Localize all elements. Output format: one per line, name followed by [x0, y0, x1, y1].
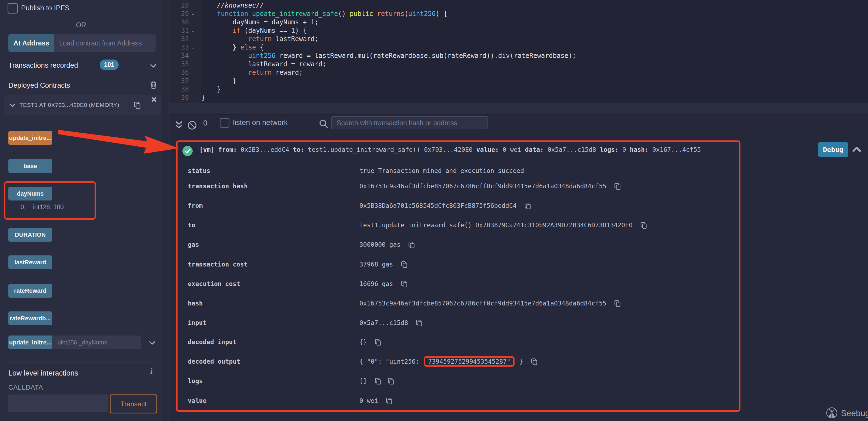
clear-console-icon[interactable] — [187, 120, 197, 131]
tx-detail-row-transaction-hash: transaction hash0x16753c9a46af3dfcbe8570… — [188, 181, 622, 191]
tx-detail-row-input: input0x5a7...c15d8 — [188, 318, 423, 328]
code-line-33: 33▾ } else { — [169, 43, 264, 52]
pending-tx-count: 0 — [203, 119, 207, 128]
row-label: decoded input — [188, 337, 360, 347]
info-icon[interactable]: i — [150, 366, 152, 375]
code-token: lastReward; — [272, 35, 318, 43]
copy-icon[interactable] — [400, 280, 408, 288]
tx-summary-line[interactable]: [vm] from: 0x5B3...eddC4 to: test1.updat… — [199, 146, 701, 153]
summary-label: to: — [293, 146, 304, 153]
summary-label: from: — [218, 146, 237, 153]
annotation-arrow — [57, 127, 181, 155]
line-number: 28 — [169, 1, 189, 10]
chevron-down-icon[interactable] — [149, 62, 157, 70]
copy-address-icon[interactable] — [133, 101, 142, 109]
publish-ipfs-checkbox[interactable] — [7, 3, 18, 13]
copy-icon[interactable] — [387, 377, 395, 385]
line-number: 38 — [169, 85, 189, 94]
copy-icon[interactable] — [524, 202, 532, 210]
code-token: () — [338, 10, 350, 18]
copy-icon[interactable] — [374, 377, 382, 385]
transactions-count-badge: 101 — [100, 59, 119, 70]
tx-detail-row-decoded-output: decoded output{ "0": "uint256: 739459275… — [188, 357, 538, 366]
listen-network-label: listen on network — [233, 118, 288, 127]
copy-icon[interactable] — [640, 221, 648, 229]
contract-fn-button-dayNums[interactable]: dayNums — [8, 187, 52, 200]
deployed-contracts-label: Deployed Contracts — [8, 81, 70, 89]
copy-icon[interactable] — [415, 319, 423, 327]
debug-button[interactable]: Debug — [818, 142, 848, 157]
annotation-box-decoded-output: 739459275299453545287" — [424, 356, 515, 367]
daynums-arg-input[interactable] — [52, 336, 141, 349]
row-value: true Transaction mined and execution suc… — [360, 167, 524, 174]
code-token: } — [201, 85, 221, 93]
summary-label: logs: — [600, 146, 619, 153]
code-line-29: 29▾ function update_initreward_safe() pu… — [169, 9, 447, 18]
at-address-input[interactable] — [54, 34, 156, 52]
terminal-search-input[interactable] — [331, 116, 488, 129]
row-value: 3000000 gas — [360, 241, 401, 248]
or-separator-label: OR — [0, 21, 162, 29]
copy-icon[interactable] — [530, 358, 538, 366]
code-token: } — [201, 94, 205, 102]
code-token — [201, 35, 248, 43]
copy-icon[interactable] — [407, 241, 415, 249]
publish-ipfs-label: Publish to IPFS — [21, 4, 69, 12]
copy-icon[interactable] — [614, 182, 622, 190]
copy-icon[interactable] — [385, 397, 393, 405]
trash-icon[interactable] — [149, 80, 158, 90]
copy-icon[interactable] — [400, 260, 408, 269]
row-value: {} — [360, 338, 367, 345]
contract-fn-button-update-initre-[interactable]: update_initre... — [8, 336, 52, 349]
contract-fn-button-DURATION[interactable]: DURATION — [8, 228, 52, 242]
copy-icon[interactable] — [614, 299, 622, 307]
summary-label: hash: — [630, 146, 649, 153]
summary-value: 0x5B3...eddC4 — [237, 146, 293, 153]
code-token: return — [248, 35, 272, 43]
listen-network-checkbox[interactable] — [220, 118, 229, 128]
transact-button[interactable]: Transact — [110, 394, 157, 414]
divider — [8, 363, 154, 363]
summary-value: 0 wei — [499, 146, 525, 153]
contract-fn-button-rateReward[interactable]: rateReward — [8, 284, 52, 298]
tx-detail-row-logs: logs[] — [188, 376, 395, 386]
row-label: execution cost — [188, 279, 360, 289]
contract-fn-button-base[interactable]: base — [8, 159, 52, 173]
sidebar-scroll-track[interactable] — [162, 0, 169, 421]
calldata-input[interactable] — [8, 394, 108, 412]
code-token: ) { — [436, 10, 447, 18]
line-number: 31 — [169, 26, 189, 35]
contract-fn-button-lastReward[interactable]: lastReward — [8, 255, 52, 269]
run-transactions-sidebar: Publish to IPFS OR At Address Transactio… — [0, 0, 169, 421]
expand-args-chevron-icon[interactable] — [148, 339, 156, 347]
contract-expand-chevron-icon[interactable] — [9, 102, 16, 109]
summary-label: data: — [525, 146, 544, 153]
line-number: 30 — [169, 18, 189, 27]
collapse-tx-chevron-up-icon[interactable] — [852, 145, 862, 154]
code-line-34: 34 uint256 reward = lastReward.mul(rateR… — [169, 51, 576, 60]
copy-icon[interactable] — [374, 338, 382, 346]
contract-header-title: TEST1 AT 0X703...420E0 (MEMORY) — [20, 102, 119, 108]
code-token — [201, 52, 248, 59]
contract-fn-button-rateRewardb-[interactable]: rateRewardb... — [8, 311, 52, 325]
line-number: 35 — [169, 60, 189, 68]
code-line-31: 31▾ if (dayNums == 1) { — [169, 26, 307, 35]
code-token — [201, 10, 217, 18]
code-token: (dayNums == 1) { — [241, 27, 307, 34]
line-number: 32 — [169, 35, 189, 43]
tx-detail-row-to: totest1.update_initreward_safe() 0x70387… — [188, 220, 648, 230]
summary-value: 0 — [619, 146, 630, 153]
code-line-35: 35 lastReward = reward; — [169, 60, 326, 68]
row-value: 0x16753c9a46af3dfcbe857067c6786cff0cf9dd… — [360, 183, 607, 190]
close-contract-icon[interactable]: ✕ — [151, 95, 157, 104]
line-number: 33 — [169, 43, 189, 52]
code-token — [201, 27, 233, 34]
at-address-button[interactable]: At Address — [8, 34, 54, 52]
row-label: decoded output — [188, 357, 360, 366]
search-icon — [318, 118, 329, 129]
seebug-watermark-label: Seebug — [841, 409, 868, 418]
contract-fn-button-update-initre-[interactable]: update_initre... — [8, 131, 52, 145]
line-number: 39 — [169, 93, 189, 102]
code-token: ( — [404, 10, 408, 18]
editor-terminal-dragbar[interactable] — [169, 103, 868, 114]
